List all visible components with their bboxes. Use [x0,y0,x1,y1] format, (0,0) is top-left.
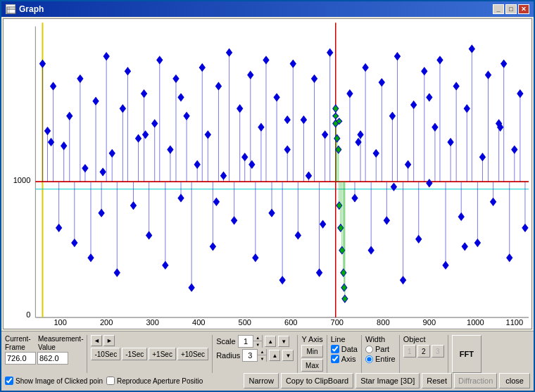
axis-label: Axis [341,355,356,363]
radius-down-button[interactable]: ▼ [258,355,266,362]
svg-text:400: 400 [192,317,205,326]
yaxis-group: Y Axis Min Max [301,335,322,372]
part-radio[interactable] [365,346,373,353]
entire-label: Entire [375,355,396,363]
nav-row: ◄ ► [91,335,208,346]
reset-button[interactable]: Reset [422,373,452,388]
value-sublabel: Value [38,343,70,351]
nav-time-group: ◄ ► -10Sec -1Sec +1Sec +10Sec [91,335,208,360]
yaxis-min-button[interactable]: Min [301,345,322,358]
scale-down-button[interactable]: ▼ [253,341,262,348]
svg-text:300: 300 [146,317,158,326]
scale-expand-button[interactable]: ▲ [265,336,276,347]
nav-left-button[interactable]: ◄ [91,335,102,346]
radius-value: 3 [243,351,257,360]
show-image-row: Show Image of Clicked poin [5,377,103,385]
scale-collapse-button[interactable]: ▼ [278,336,289,347]
object-group: Object 1 2 3 [403,335,444,358]
window-icon [6,4,15,14]
radius-spinbtns: ▲ ▼ [257,349,266,362]
object-buttons: 1 2 3 [403,345,444,358]
part-radio-row: Part [365,345,396,353]
show-image-checkbox[interactable] [5,377,13,385]
plus10sec-button[interactable]: +10Sec [177,348,208,360]
obj3-button[interactable]: 3 [432,345,444,358]
divider5 [361,335,362,373]
divider2 [212,335,213,373]
axis-checkbox-row: Axis [331,355,358,363]
svg-rect-0 [7,7,15,13]
yaxis-max-button[interactable]: Max [301,359,322,372]
minimize-button[interactable]: _ [493,4,504,14]
divider1 [87,335,87,373]
svg-text:100: 100 [54,317,66,326]
svg-text:200: 200 [100,317,113,326]
data-checkbox-row: Data [331,345,358,353]
title-bar: Graph _ □ ✕ [1,1,534,17]
obj2-button[interactable]: 2 [417,345,430,358]
svg-text:0: 0 [26,310,30,319]
time-buttons-row: -10Sec -1Sec +1Sec +10Sec [91,348,208,360]
radius-label: Radius [216,351,240,360]
narrow-button[interactable]: Narrow [244,373,278,388]
nav-right-button[interactable]: ► [103,335,115,346]
reproduce-aperture-label: Reproduce Aperture Positio [117,377,203,385]
part-label: Part [375,345,389,353]
radius-row: Radius 3 ▲ ▼ ▲ ▼ [216,349,294,362]
svg-text:900: 900 [423,317,436,326]
svg-rect-3 [4,19,531,329]
data-checkbox[interactable] [331,345,339,353]
star-image-button[interactable]: Star Image [3D] [355,373,420,388]
svg-text:1100: 1100 [505,317,523,326]
bottom-controls: Current- Measurement- Frame Value ◄ ► [1,331,534,391]
svg-text:600: 600 [284,317,297,326]
divider7 [448,335,448,373]
copy-clipboard-button[interactable]: Copy to ClipBoard [281,373,353,388]
line-label: Line [331,335,358,343]
minus1sec-button[interactable]: -1Sec [122,348,147,360]
reproduce-aperture-row: Reproduce Aperture Positio [106,377,203,385]
axis-checkbox[interactable] [331,355,339,363]
minus10sec-button[interactable]: -10Sec [91,348,120,360]
measurement-value-input[interactable] [37,352,68,365]
reproduce-aperture-checkbox[interactable] [106,377,115,385]
window-close-button[interactable]: ✕ [518,4,529,14]
plus1sec-button[interactable]: +1Sec [149,348,176,360]
scale-spinbtns: ▲ ▼ [253,335,262,348]
data-label: Data [341,345,358,353]
entire-radio-row: Entire [365,355,396,363]
svg-text:500: 500 [239,317,251,326]
radius-spinbox: 3 ▲ ▼ [242,349,267,362]
current-frame-input[interactable] [5,352,36,365]
svg-text:700: 700 [331,317,344,326]
scale-spinbox: 1 ▲ ▼ [238,335,263,348]
sublabels-row: Frame Value [5,343,83,351]
scale-label: Scale [216,337,236,346]
measurement-label: Measurement- [38,335,83,343]
divider4 [327,335,327,373]
frame-measurement-group: Current- Measurement- Frame Value [5,335,83,365]
graph-svg[interactable]: 1000 0 100 200 300 400 500 600 700 800 9… [4,19,531,329]
graph-area: 1000 0 100 200 300 400 500 600 700 800 9… [3,18,532,329]
scale-up-button[interactable]: ▲ [253,335,262,341]
close-button[interactable]: close [499,373,530,388]
fft-button[interactable]: FFT [452,335,482,373]
width-group: Width Part Entire [365,335,396,363]
radius-collapse-button[interactable]: ▼ [282,350,294,361]
current-frame-label: Current- [5,335,37,343]
title-bar-buttons: _ □ ✕ [493,4,529,14]
scale-row: Scale 1 ▲ ▼ ▲ ▼ [216,335,294,348]
obj1-button[interactable]: 1 [403,345,416,358]
diffraction-button[interactable]: Diffraction [454,373,497,388]
maximize-button[interactable]: □ [505,4,517,14]
svg-text:1000: 1000 [467,317,484,326]
main-window: Graph _ □ ✕ 1000 0 100 200 300 400 500 6… [0,0,535,392]
line-group: Line Data Axis [331,335,358,363]
frame-sublabel: Frame [5,343,37,351]
entire-radio[interactable] [365,355,373,363]
radius-expand-button[interactable]: ▲ [269,350,280,361]
title-bar-left: Graph [6,4,44,14]
svg-text:800: 800 [377,317,389,326]
radius-up-button[interactable]: ▲ [258,349,266,355]
window-title: Graph [19,4,44,14]
